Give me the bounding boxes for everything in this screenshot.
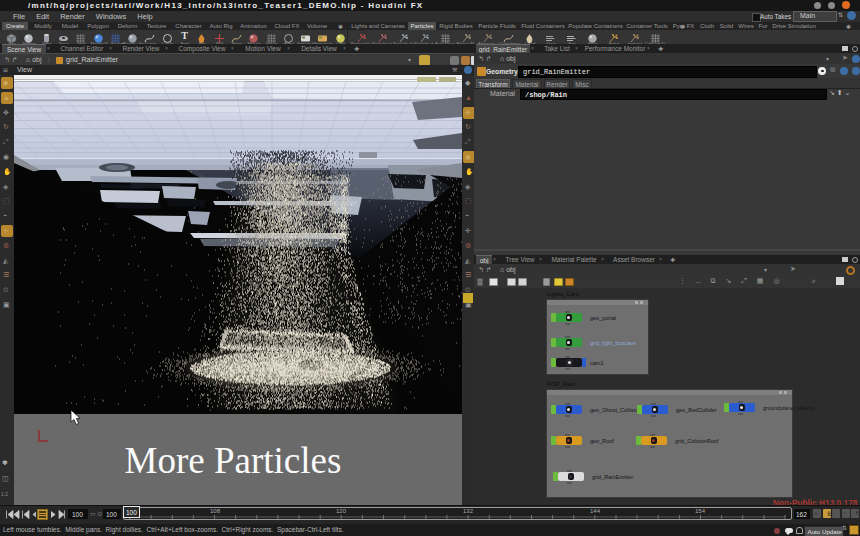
svg-text:144: 144 — [590, 508, 601, 514]
svg-text:108: 108 — [210, 508, 221, 514]
svg-text:154: 154 — [695, 508, 706, 514]
svg-text:132: 132 — [463, 508, 474, 514]
svg-text:120: 120 — [336, 508, 347, 514]
